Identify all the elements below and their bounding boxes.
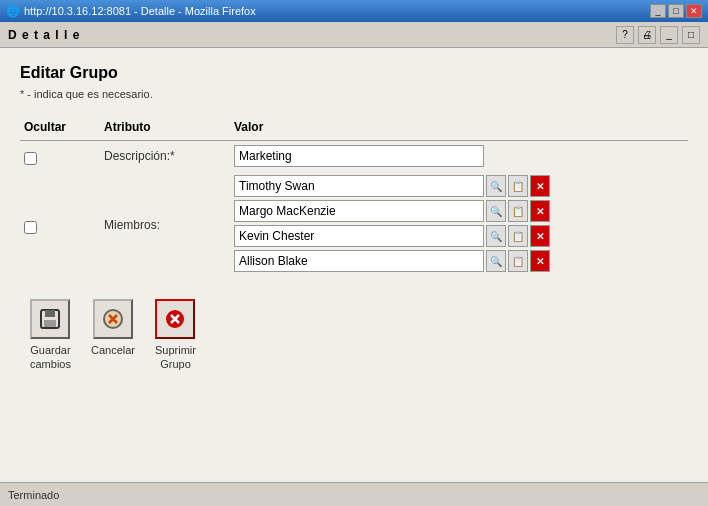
member-entry-3: 🔍 📋 ✕ [234,250,684,272]
search-icon-0: 🔍 [490,181,502,192]
help-btn[interactable]: ? [616,26,634,44]
window-title: http://10.3.16.12:8081 - Detalle - Mozil… [24,5,256,17]
minimize-btn[interactable]: _ [650,4,666,18]
copy-icon-2: 📋 [512,231,524,242]
search-icon-3: 🔍 [490,256,502,267]
member-search-btn-2[interactable]: 🔍 [486,225,506,247]
copy-icon-3: 📋 [512,256,524,267]
delete-icon-0: ✕ [536,181,544,192]
window-favicon: 🌐 [6,5,20,18]
required-note: * - indica que es necesario. [20,88,688,100]
panel-maximize-btn[interactable]: □ [682,26,700,44]
action-bar: Guardarcambios Cancelar SuprimirGrupo [20,299,688,372]
suprimir-btn-icon[interactable] [155,299,195,339]
delete-icon-3: ✕ [536,256,544,267]
member-delete-btn-0[interactable]: ✕ [530,175,550,197]
copy-icon-0: 📋 [512,181,524,192]
member-input-3[interactable] [234,250,484,272]
member-delete-btn-1[interactable]: ✕ [530,200,550,222]
svg-rect-1 [45,310,55,317]
member-delete-btn-2[interactable]: ✕ [530,225,550,247]
page-title: Editar Grupo [20,64,688,82]
delete-icon-1: ✕ [536,206,544,217]
member-input-1[interactable] [234,200,484,222]
members-list: 🔍 📋 ✕ 🔍 [230,171,688,279]
member-delete-btn-3[interactable]: ✕ [530,250,550,272]
print-btn[interactable]: 🖨 [638,26,656,44]
form-table: Ocultar Atributo Valor Descripción:* [20,116,688,279]
header-valor: Valor [230,116,688,141]
member-search-btn-0[interactable]: 🔍 [486,175,506,197]
guardar-label: Guardarcambios [30,343,71,372]
member-copy-btn-2[interactable]: 📋 [508,225,528,247]
panel-title: D e t a l l e [8,28,80,42]
ocultar-descripcion-checkbox[interactable] [24,152,37,165]
title-bar: 🌐 http://10.3.16.12:8081 - Detalle - Moz… [0,0,708,22]
status-text: Terminado [8,489,59,501]
header-atributo: Atributo [100,116,230,141]
cancelar-action[interactable]: Cancelar [91,299,135,357]
descripcion-label: Descripción:* [104,149,175,163]
search-icon-2: 🔍 [490,231,502,242]
guardar-action[interactable]: Guardarcambios [30,299,71,372]
guardar-btn-icon[interactable] [30,299,70,339]
panel-minimize-btn[interactable]: _ [660,26,678,44]
maximize-btn[interactable]: □ [668,4,684,18]
copy-icon-1: 📋 [512,206,524,217]
close-btn[interactable]: ✕ [686,4,702,18]
ocultar-miembros-checkbox[interactable] [24,221,37,234]
svg-rect-2 [44,320,56,327]
suprimir-label: SuprimirGrupo [155,343,196,372]
suprimir-action[interactable]: SuprimirGrupo [155,299,196,372]
descripcion-row: Descripción:* [20,141,688,172]
member-entry-0: 🔍 📋 ✕ [234,175,684,197]
header-ocultar: Ocultar [20,116,100,141]
member-entry-1: 🔍 📋 ✕ [234,200,684,222]
member-search-btn-3[interactable]: 🔍 [486,250,506,272]
delete-icon-2: ✕ [536,231,544,242]
member-entry-2: 🔍 📋 ✕ [234,225,684,247]
miembros-label: Miembros: [104,218,160,232]
descripcion-input[interactable] [234,145,484,167]
member-copy-btn-0[interactable]: 📋 [508,175,528,197]
search-icon-1: 🔍 [490,206,502,217]
status-bar: Terminado [0,482,708,506]
cancelar-label: Cancelar [91,343,135,357]
member-input-0[interactable] [234,175,484,197]
member-copy-btn-3[interactable]: 📋 [508,250,528,272]
member-copy-btn-1[interactable]: 📋 [508,200,528,222]
main-content: Editar Grupo * - indica que es necesario… [0,48,708,482]
member-input-2[interactable] [234,225,484,247]
panel-bar: D e t a l l e ? 🖨 _ □ [0,22,708,48]
miembros-row: Miembros: 🔍 📋 ✕ [20,171,688,279]
cancelar-btn-icon[interactable] [93,299,133,339]
member-search-btn-1[interactable]: 🔍 [486,200,506,222]
